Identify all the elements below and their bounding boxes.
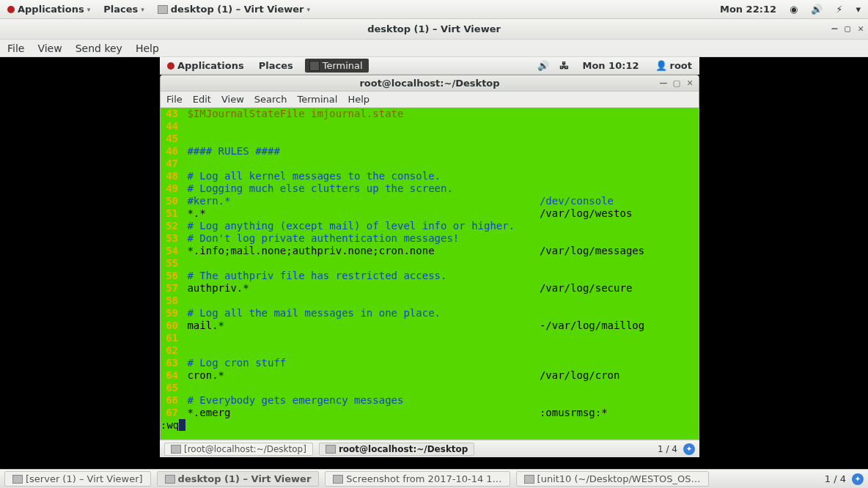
- code-line: 57 authpriv.* /var/log/secure: [161, 282, 696, 295]
- applications-menu[interactable]: Applications ▾: [4, 2, 93, 16]
- code-line: 48 # Log all kernel messages to the cons…: [161, 170, 696, 182]
- line-number: 64: [161, 369, 181, 382]
- workspace-badge[interactable]: ✦: [852, 473, 864, 485]
- active-app-menu[interactable]: desktop (1) – Virt Viewer ▾: [155, 2, 313, 16]
- workspace-badge[interactable]: ✦: [683, 443, 695, 455]
- volume-icon[interactable]: 🔊: [537, 60, 549, 71]
- terminal-viewport[interactable]: 43 $IMJournalStateFile imjournal.state44…: [161, 108, 699, 439]
- term-menu-terminal[interactable]: Terminal: [297, 94, 337, 105]
- term-menu-view[interactable]: View: [221, 94, 244, 105]
- code-line: 63 # Log cron stuff: [161, 357, 696, 369]
- menu-help[interactable]: Help: [136, 42, 159, 54]
- code-line: 60 mail.* -/var/log/maillog: [161, 319, 696, 332]
- code-text: authpriv.* /var/log/secure: [181, 282, 632, 295]
- code-text: # Logging much else clutters up the scre…: [181, 182, 453, 195]
- terminal-titlebar[interactable]: root@localhost:~/Desktop — ▢ ✕: [161, 75, 699, 92]
- code-line: 44: [161, 120, 696, 133]
- taskbar-item[interactable]: desktop (1) – Virt Viewer: [157, 471, 320, 487]
- code-line: 52 # Log anything (except mail) of level…: [161, 220, 696, 232]
- code-line: 61: [161, 332, 696, 344]
- term-menu-edit[interactable]: Edit: [193, 94, 211, 105]
- vim-command-line[interactable]: :wq: [161, 419, 696, 432]
- clock[interactable]: Mon 22:12: [717, 2, 779, 16]
- code-line: 54 *.info;mail.none;authpriv.none;cron.n…: [161, 245, 696, 257]
- maximize-icon[interactable]: ▢: [671, 78, 683, 88]
- taskbar-item[interactable]: Screenshot from 2017-10-14 1…: [325, 471, 510, 487]
- code-text: [181, 344, 187, 357]
- guest-applications-label: Applications: [177, 60, 244, 71]
- line-number: 56: [161, 270, 181, 282]
- minimize-icon[interactable]: —: [658, 78, 669, 88]
- code-line: 64 cron.* /var/log/cron: [161, 369, 696, 382]
- term-menu-file[interactable]: File: [166, 94, 183, 105]
- line-number: 53: [161, 232, 181, 245]
- code-text: # Everybody gets emergency messages: [181, 394, 403, 407]
- code-text: # Log anything (except mail) of level in…: [181, 220, 515, 232]
- code-text: # Log all kernel messages to the console…: [181, 170, 441, 182]
- taskbar-item[interactable]: [root@localhost:~/Desktop]: [164, 443, 313, 456]
- taskbar-item[interactable]: root@localhost:~/Desktop: [319, 443, 475, 456]
- guest-places-menu[interactable]: Places: [256, 59, 296, 73]
- virt-titlebar[interactable]: desktop (1) – Virt Viewer — ▢ ✕: [0, 19, 868, 40]
- battery-icon[interactable]: ⚡: [833, 2, 845, 16]
- maximize-icon[interactable]: ▢: [845, 23, 850, 34]
- term-menu-help[interactable]: Help: [347, 94, 369, 105]
- taskbar-item[interactable]: [unit10 (~/Desktop/WESTOS_OS…: [516, 471, 709, 487]
- term-menu-search[interactable]: Search: [254, 94, 287, 105]
- close-icon[interactable]: ✕: [858, 23, 864, 34]
- network-icon[interactable]: 🖧: [559, 60, 569, 71]
- code-line: 65: [161, 382, 696, 394]
- places-menu[interactable]: Places ▾: [100, 2, 147, 16]
- code-line: 45: [161, 133, 696, 145]
- system-menu[interactable]: ▾: [853, 2, 864, 16]
- volume-icon[interactable]: 🔊: [808, 2, 825, 16]
- wifi-icon[interactable]: ◉: [787, 2, 801, 16]
- taskbar-item-label: Screenshot from 2017-10-14 1…: [346, 473, 501, 484]
- code-line: 55: [161, 257, 696, 270]
- code-text: [181, 133, 187, 145]
- code-text: cron.* /var/log/cron: [181, 369, 619, 382]
- code-line: 56 # The authpriv file has restricted ac…: [161, 270, 696, 282]
- guest-user[interactable]: 👤 root: [652, 59, 696, 73]
- code-text: *.* /var/log/westos: [181, 207, 632, 220]
- chevron-down-icon: ▾: [87, 6, 91, 13]
- code-text: [181, 382, 187, 394]
- workspace-indicator[interactable]: 1 / 4: [658, 444, 677, 454]
- apps-icon: [167, 62, 174, 70]
- app-icon: [158, 5, 168, 14]
- line-number: 46: [161, 145, 181, 158]
- workspace-indicator[interactable]: 1 / 4: [825, 473, 846, 484]
- code-text: mail.* -/var/log/maillog: [181, 319, 644, 332]
- terminal-menubar: File Edit View Search Terminal Help: [161, 92, 699, 108]
- line-number: 63: [161, 357, 181, 369]
- menu-view[interactable]: View: [37, 42, 62, 54]
- line-number: 52: [161, 220, 181, 232]
- line-number: 50: [161, 195, 181, 207]
- terminal-window: root@localhost:~/Desktop — ▢ ✕ File Edit…: [160, 75, 699, 440]
- code-line: 67 *.emerg :omusrmsg:*: [161, 407, 696, 419]
- guest-desktop[interactable]: Applications Places Terminal 🔊 🖧 Mon 10:…: [0, 57, 868, 469]
- app-icon: [165, 475, 175, 484]
- taskbar-item-label: desktop (1) – Virt Viewer: [178, 473, 312, 484]
- user-icon: 👤: [655, 60, 667, 71]
- line-number: 44: [161, 120, 181, 133]
- taskbar-item[interactable]: [server (1) – Virt Viewer]: [4, 471, 151, 487]
- guest-applications-menu[interactable]: Applications: [164, 59, 247, 73]
- code-text: [181, 120, 187, 133]
- close-icon[interactable]: ✕: [684, 78, 696, 88]
- code-text: # Don't log private authentication messa…: [181, 232, 459, 245]
- virt-viewer-window: desktop (1) – Virt Viewer — ▢ ✕ File Vie…: [0, 19, 868, 469]
- line-number: 54: [161, 245, 181, 257]
- line-number: 43: [161, 108, 181, 120]
- line-number: 65: [161, 382, 181, 394]
- taskbar-item-label: [root@localhost:~/Desktop]: [184, 444, 306, 454]
- guest-active-terminal[interactable]: Terminal: [305, 59, 369, 73]
- line-number: 47: [161, 158, 181, 170]
- menu-file[interactable]: File: [7, 42, 24, 54]
- code-text: $IMJournalStateFile imjournal.state: [181, 108, 403, 120]
- menu-sendkey[interactable]: Send key: [76, 42, 122, 54]
- code-text: # Log all the mail messages in one place…: [181, 307, 441, 319]
- guest-clock[interactable]: Mon 10:12: [579, 59, 641, 73]
- code-text: *.emerg :omusrmsg:*: [181, 407, 608, 419]
- minimize-icon[interactable]: —: [832, 23, 838, 34]
